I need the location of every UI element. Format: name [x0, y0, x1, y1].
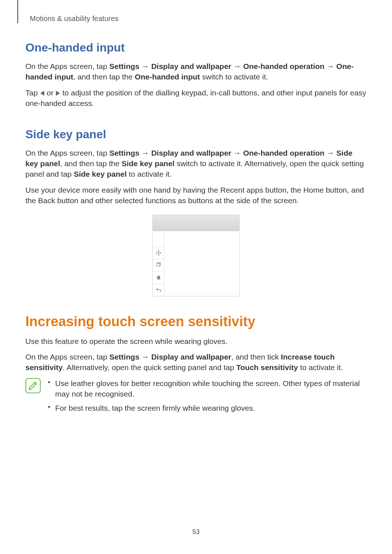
home-icon [153, 271, 164, 284]
heading-side-key-panel: Side key panel [25, 128, 367, 141]
side-key-figure [25, 215, 367, 296]
text: On the Apps screen, tap [25, 149, 109, 157]
device-statusbar [153, 215, 239, 231]
display-wallpaper-label: Display and wallpaper [151, 353, 232, 361]
svg-rect-0 [157, 263, 160, 266]
one-handed-p1: On the Apps screen, tap Settings → Displ… [25, 61, 367, 82]
text: On the Apps screen, tap [25, 62, 109, 70]
side-panel-spacer [153, 231, 164, 247]
device-main-area [164, 231, 239, 296]
nav-arrow: → [231, 149, 243, 157]
recent-apps-icon [153, 259, 164, 271]
side-key-panel-switch-label: Side key panel [122, 159, 175, 168]
nav-arrow: → [324, 149, 336, 157]
side-key-panel-quick-label: Side key panel [74, 170, 127, 178]
move-handle-icon [153, 247, 164, 259]
one-handed-operation-label: One-handed operation [243, 62, 324, 70]
one-handed-operation-label: One-handed operation [243, 149, 324, 157]
page-number: 53 [0, 528, 392, 536]
text: , and then tap the [73, 73, 135, 81]
one-handed-p2: Tap or to adjust the position of the dia… [25, 87, 367, 109]
text: , and then tick [231, 353, 281, 361]
nav-arrow: → [324, 62, 336, 70]
text: to activate it. [298, 363, 343, 372]
text: to adjust the position of the dialling k… [25, 89, 366, 107]
note-block: Use leather gloves for better recognitio… [25, 378, 367, 417]
text: , and then tap the [60, 159, 122, 168]
device-body [153, 231, 239, 296]
header-rule [17, 0, 18, 23]
display-wallpaper-label: Display and wallpaper [151, 149, 232, 157]
heading-one-handed-input: One-handed input [25, 41, 367, 54]
heading-touch-sensitivity: Increasing touch screen sensitivity [25, 314, 367, 329]
triangle-right-icon [56, 91, 60, 96]
side-key-panel-strip [153, 231, 164, 296]
settings-label: Settings [109, 353, 139, 361]
back-icon [153, 284, 164, 296]
breadcrumb: Motions & usability features [30, 15, 367, 23]
note-bullet-2: For best results, tap the screen firmly … [46, 403, 367, 413]
nav-arrow: → [139, 353, 151, 361]
page-content: Motions & usability features One-handed … [0, 0, 392, 417]
touch-sensitivity-label: Touch sensitivity [236, 363, 298, 372]
note-icon [25, 378, 41, 393]
touch-sens-p1: Use this feature to operate the screen w… [25, 336, 367, 346]
text: . Alternatively, open the quick setting … [63, 363, 236, 372]
text: Tap [25, 89, 40, 97]
note-bullet-1: Use leather gloves for better recognitio… [46, 378, 367, 399]
settings-label: Settings [109, 62, 139, 70]
display-wallpaper-label: Display and wallpaper [151, 62, 232, 70]
text: or [45, 89, 56, 97]
settings-label: Settings [109, 149, 139, 157]
side-key-p2: Use your device more easily with one han… [25, 185, 367, 206]
text: On the Apps screen, tap [25, 353, 109, 361]
device-mockup [152, 215, 240, 296]
text: switch to activate it. [200, 73, 268, 81]
nav-arrow: → [139, 62, 151, 70]
nav-arrow: → [231, 62, 243, 70]
text: to activate it. [127, 170, 172, 178]
side-key-p1: On the Apps screen, tap Settings → Displ… [25, 148, 367, 180]
nav-arrow: → [139, 149, 151, 157]
note-bullets: Use leather gloves for better recognitio… [46, 378, 367, 417]
triangle-left-icon [40, 91, 44, 96]
one-handed-input-switch-label: One-handed input [135, 73, 200, 81]
touch-sens-p2: On the Apps screen, tap Settings → Displ… [25, 352, 367, 373]
